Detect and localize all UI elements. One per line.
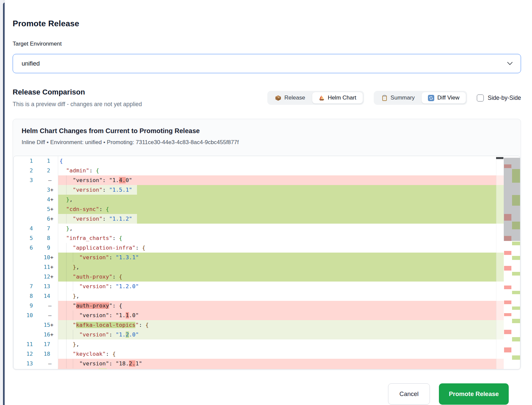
diff-marker: —	[48, 310, 55, 320]
diff-row: 13—"version": "18.2.1"	[14, 359, 520, 368]
old-line-number: 9	[17, 301, 33, 310]
minimap-removed-block	[504, 251, 511, 255]
old-line-number	[17, 195, 33, 204]
old-line-number	[17, 214, 33, 224]
code-line: "version": "1.3.1"	[58, 253, 520, 262]
old-line-number: 7	[17, 282, 33, 291]
code-line: "keycloak": {	[58, 349, 520, 359]
diff-row: 9—"auth-proxy": {	[14, 301, 520, 310]
code-line: "auth-proxy": {	[58, 272, 520, 282]
diff-row: 3—"version": "1.4.0"	[14, 175, 520, 185]
code-line: "cdn-sync": {	[58, 204, 520, 214]
toggle-label: Helm Chart	[328, 95, 356, 101]
diff-marker	[50, 166, 55, 175]
toggle-summary[interactable]: Summary	[375, 92, 421, 103]
code-line: {	[58, 156, 520, 166]
scrollbar-track[interactable]	[496, 156, 504, 369]
new-line-number: 11	[33, 262, 50, 272]
toggle-release[interactable]: Release	[269, 92, 311, 103]
code-line: "version": "1.1.0"	[58, 310, 520, 320]
code-line: "admin": {	[58, 166, 520, 175]
preview-diff-note: This is a preview diff - changes are not…	[13, 101, 142, 108]
diff-panel-meta: Inline Diff • Environment: unified • Pro…	[22, 139, 512, 146]
side-by-side-label: Side-by-Side	[488, 95, 521, 101]
new-line-number: 13	[33, 282, 50, 291]
side-by-side-option[interactable]: Side-by-Side	[477, 95, 521, 101]
new-line-number	[33, 301, 50, 310]
minimap-removed-block	[504, 164, 511, 168]
diff-marker: —	[48, 359, 55, 368]
minimap-removed-block	[504, 330, 511, 334]
diff-row: 5+"cdn-sync": {	[14, 204, 520, 214]
diff-panel-title: Helm Chart Changes from Current to Promo…	[22, 127, 512, 135]
new-line-number	[33, 175, 50, 185]
new-line-number: 16	[33, 330, 50, 339]
target-environment-select[interactable]: unified	[13, 54, 521, 73]
toggle-helm-chart[interactable]: Helm Chart	[312, 92, 363, 103]
toggle-label: Release	[284, 95, 305, 101]
diff-row: 11{	[14, 156, 520, 166]
code-line: "kafka-local-topics": {	[58, 320, 520, 330]
page-edge	[0, 0, 3, 405]
new-line-number	[33, 310, 50, 320]
minimap-added-block	[512, 272, 520, 276]
sync-icon	[428, 95, 434, 101]
diff-row: 4+},	[14, 195, 520, 204]
new-line-number	[33, 359, 50, 368]
old-line-number: 11	[17, 339, 33, 349]
code-line: "version": "1.1.2"	[58, 214, 520, 224]
new-line-number: 5	[33, 204, 50, 214]
old-line-number: 2	[17, 166, 33, 175]
release-helmchart-toggle-group: ReleaseHelm Chart	[267, 91, 364, 105]
toggle-label: Summary	[391, 95, 415, 101]
diff-code-area[interactable]: 11{22"admin": {3—"version": "1.4.0"3+"ve…	[13, 156, 520, 369]
minimap-removed-block	[504, 266, 511, 271]
new-line-number: 6	[33, 214, 50, 224]
new-line-number: 14	[33, 291, 50, 301]
old-line-number	[17, 253, 33, 262]
old-line-number: 3	[17, 175, 33, 185]
diff-row: 69"application-infra": {	[14, 243, 520, 253]
diff-row: 47},	[14, 224, 520, 233]
new-line-number: 2	[33, 166, 50, 175]
code-line: },	[58, 291, 520, 301]
code-line: "version": "1.2.0"	[58, 282, 520, 291]
cancel-button[interactable]: Cancel	[388, 383, 430, 405]
chevron-down-icon	[507, 62, 513, 65]
diff-rows: 11{22"admin": {3—"version": "1.4.0"3+"ve…	[14, 156, 520, 368]
diff-row: 3+"version": "1.5.1"	[14, 185, 520, 195]
side-by-side-checkbox[interactable]	[477, 95, 484, 101]
old-line-number	[17, 204, 33, 214]
code-line: "auth-proxy": {	[58, 301, 520, 310]
diff-marker	[50, 224, 55, 233]
toggle-diff-view[interactable]: Diff View	[422, 92, 466, 103]
diff-marker: +	[50, 262, 55, 272]
diff-row-partial	[58, 368, 520, 369]
diff-marker: +	[50, 330, 55, 339]
diff-row: 22"admin": {	[14, 166, 520, 175]
minimap-added-block	[512, 355, 520, 360]
new-line-number: 15	[33, 320, 50, 330]
promote-release-button[interactable]: Promote Release	[439, 383, 509, 405]
minimap-added-block	[512, 222, 520, 229]
scrollbar-thumb[interactable]	[496, 157, 503, 159]
package-icon	[275, 95, 281, 101]
new-line-number: 4	[33, 195, 50, 204]
old-line-number: 13	[17, 359, 33, 368]
code-line: "version": "18.2.1"	[58, 359, 520, 368]
minimap-removed-block	[504, 214, 511, 221]
new-line-number: 7	[33, 224, 50, 233]
modal-left-border	[3, 3, 5, 405]
minimap-removed-block	[504, 236, 511, 241]
diff-row: 713"version": "1.2.0"	[14, 282, 520, 291]
old-line-number: 10	[17, 310, 33, 320]
diff-row: 1218"keycloak": {	[14, 349, 520, 359]
minimap[interactable]	[504, 156, 520, 369]
code-line: "version": "1.4.0"	[58, 175, 520, 185]
minimap-added-block	[512, 242, 520, 245]
minimap-added-block	[512, 319, 520, 323]
diff-marker: —	[48, 175, 55, 185]
diff-row: 12+"auth-proxy": {	[14, 272, 520, 282]
minimap-removed-block	[504, 313, 511, 316]
minimap-added-block	[512, 256, 520, 260]
